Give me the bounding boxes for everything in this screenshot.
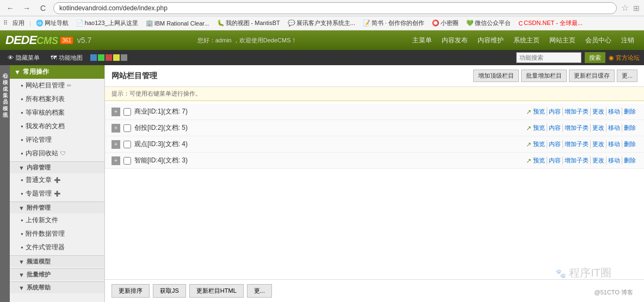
sidebar-item-site-columns[interactable]: ● 网站栏目管理 ✏: [10, 79, 104, 92]
edit-link-4[interactable]: 更改: [590, 156, 606, 165]
link-icon-1[interactable]: ↗: [526, 108, 531, 116]
preview-link-2[interactable]: 预览: [531, 124, 547, 132]
content-link-2[interactable]: 内容: [547, 124, 562, 132]
delete-link-4[interactable]: 删除: [622, 156, 637, 165]
forward-button[interactable]: →: [21, 2, 33, 14]
extensions-icon[interactable]: ⊞: [633, 4, 640, 12]
sidebar-section-batch[interactable]: ▼ 批量维护: [10, 268, 104, 280]
nav-member-center[interactable]: 会员中心: [581, 34, 616, 47]
move-link-2[interactable]: 移动: [606, 124, 622, 132]
left-label-system[interactable]: 系统: [0, 104, 10, 111]
bookmark-csdn[interactable]: C CSDN.NET - 全球最...: [516, 18, 585, 28]
sidebar-item-my-docs[interactable]: ● 我发布的文档: [10, 119, 104, 133]
edit-link-2[interactable]: 更改: [590, 124, 606, 132]
nav-site-home[interactable]: 网站主页: [545, 34, 580, 47]
left-label-core[interactable]: 核心: [0, 65, 10, 72]
preview-link-1[interactable]: 预览: [531, 108, 547, 116]
sidebar-item-upload-file[interactable]: ● 上传新文件: [10, 213, 104, 227]
color-green[interactable]: [98, 54, 104, 61]
left-label-collect[interactable]: 采集: [0, 85, 10, 91]
bookmark-xiaomiquan[interactable]: ⭕ 小密圈: [429, 18, 461, 28]
sidebar-item-topics[interactable]: ● 专题管理 ➕: [10, 187, 104, 200]
get-js-button[interactable]: 获取JS: [153, 284, 186, 298]
add-top-category-button[interactable]: 增加顶级栏目: [473, 70, 519, 82]
add-subcat-link-2[interactable]: 增加子类: [562, 124, 590, 132]
nav-system-home[interactable]: 系统主页: [509, 34, 544, 47]
update-category-cache-button[interactable]: 更新栏目缓存: [569, 70, 615, 82]
bookmark-wechat[interactable]: 💚 微信公众平台: [463, 18, 513, 28]
sidebar-section-content-mgmt[interactable]: ▼ 内容管理: [10, 161, 104, 173]
more-bottom-button[interactable]: 更...: [247, 284, 272, 298]
link-icon-4[interactable]: ↗: [526, 157, 531, 165]
sidebar-section-system-help[interactable]: ▼ 系统帮助: [10, 281, 104, 293]
link-icon-2[interactable]: ↗: [526, 124, 531, 132]
address-bar[interactable]: [53, 2, 617, 14]
bookmark-nav[interactable]: 🌐 网址导航: [33, 18, 71, 28]
nav-logout[interactable]: 注销: [617, 34, 639, 47]
edit-link-1[interactable]: 更改: [590, 108, 606, 116]
sidebar-section-attachment[interactable]: ▼ 附件管理: [10, 202, 104, 213]
refresh-button[interactable]: C: [37, 2, 49, 14]
update-sort-button[interactable]: 更新排序: [112, 284, 150, 298]
move-link-1[interactable]: 移动: [606, 108, 622, 116]
preview-link-3[interactable]: 预览: [531, 140, 547, 148]
delete-link-3[interactable]: 删除: [622, 140, 637, 148]
bookmark-support[interactable]: 💬 展讯客户支持系统主...: [285, 18, 358, 28]
sidebar-item-attachment-data[interactable]: ● 附件数据管理: [10, 227, 104, 241]
sidebar-item-comments[interactable]: ● 评论管理: [10, 133, 104, 147]
content-link-3[interactable]: 内容: [547, 140, 562, 148]
expand-icon-4[interactable]: +: [112, 156, 120, 165]
sidebar-item-articles[interactable]: ● 普通文章 ➕: [10, 173, 104, 187]
bookmark-hao123[interactable]: 📄 hao123_上网从这里: [73, 18, 141, 28]
update-html-button[interactable]: 更新栏目HTML: [189, 284, 244, 298]
bookmark-jianshu[interactable]: 📝 简书 · 创作你的创作: [360, 18, 427, 28]
category-checkbox-2[interactable]: [123, 124, 131, 132]
sidebar-item-all-files[interactable]: ● 所有档案列表: [10, 92, 104, 106]
sidebar-section-common-ops[interactable]: ▼ 常用操作: [10, 65, 104, 79]
expand-icon-1[interactable]: +: [112, 108, 120, 116]
nav-main-menu[interactable]: 主菜单: [408, 34, 436, 47]
delete-link-1[interactable]: 删除: [622, 108, 637, 116]
bookmark-apps[interactable]: 应用: [10, 18, 27, 28]
func-map-button[interactable]: 🗺 功能地图: [47, 53, 86, 63]
search-button[interactable]: 搜索: [585, 52, 605, 63]
move-link-4[interactable]: 移动: [606, 156, 622, 165]
expand-icon-2[interactable]: +: [112, 124, 120, 133]
expand-icon-3[interactable]: +: [112, 140, 120, 149]
left-label-template[interactable]: 模板: [0, 98, 10, 104]
bookmark-ibm[interactable]: 🏢 IBM Rational Clear...: [143, 18, 212, 28]
delete-link-2[interactable]: 删除: [622, 124, 637, 132]
content-link-4[interactable]: 内容: [547, 156, 562, 165]
edit-link-3[interactable]: 更改: [590, 140, 606, 148]
move-link-3[interactable]: 移动: [606, 140, 622, 148]
back-button[interactable]: ←: [4, 2, 16, 14]
batch-add-category-button[interactable]: 批量增加栏目: [521, 70, 567, 82]
left-label-member[interactable]: 会员: [0, 91, 10, 98]
add-subcat-link-3[interactable]: 增加子类: [562, 140, 590, 148]
add-subcat-link-4[interactable]: 增加子类: [562, 156, 590, 165]
add-subcat-link-1[interactable]: 增加子类: [562, 108, 590, 116]
hide-menu-button[interactable]: 👁 隐藏菜单: [4, 53, 43, 63]
more-actions-button[interactable]: 更...: [617, 70, 637, 82]
sidebar-item-pending-review[interactable]: ● 等审核的档案: [10, 106, 104, 119]
sidebar-item-recycle[interactable]: ● 内容回收站 🛡: [10, 147, 104, 160]
category-checkbox-3[interactable]: [123, 141, 131, 148]
category-checkbox-1[interactable]: [123, 108, 131, 116]
preview-link-4[interactable]: 预览: [531, 156, 547, 165]
forum-link[interactable]: ◉ 官方论坛: [609, 54, 640, 62]
sidebar-section-channel[interactable]: ▼ 频道模型: [10, 255, 104, 267]
func-search-input[interactable]: [516, 52, 581, 63]
sidebar-item-file-manager[interactable]: ● 文件式管理器: [10, 241, 104, 254]
color-blue[interactable]: [90, 54, 97, 61]
nav-content-maintain[interactable]: 内容维护: [473, 34, 508, 47]
color-red[interactable]: [106, 54, 112, 61]
bookmark-star-icon[interactable]: ☆: [621, 3, 629, 13]
left-label-module[interactable]: 模块: [0, 72, 10, 78]
color-gray[interactable]: [121, 54, 127, 61]
bookmark-mantis[interactable]: 🐛 我的视图 - MantisBT: [214, 18, 283, 28]
color-yellow[interactable]: [113, 54, 120, 61]
category-checkbox-4[interactable]: [123, 157, 131, 165]
content-link-1[interactable]: 内容: [547, 108, 562, 116]
link-icon-3[interactable]: ↗: [526, 141, 531, 148]
nav-content-publish[interactable]: 内容发布: [437, 34, 472, 47]
